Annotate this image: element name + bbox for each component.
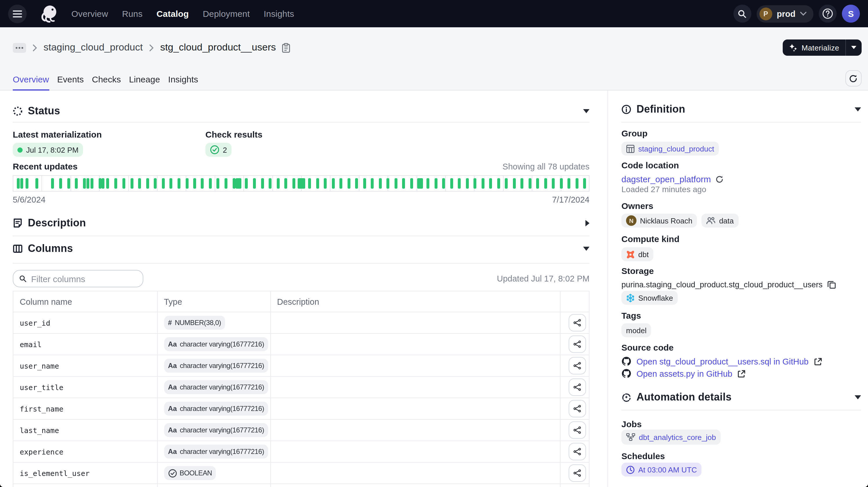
update-tick[interactable] bbox=[269, 178, 272, 189]
update-tick[interactable] bbox=[332, 178, 335, 189]
update-tick[interactable] bbox=[371, 178, 374, 189]
owner-user-pill[interactable]: N Nicklaus Roach bbox=[621, 214, 697, 227]
update-tick[interactable] bbox=[185, 178, 188, 189]
update-tick[interactable] bbox=[224, 178, 227, 189]
nav-item-overview[interactable]: Overview bbox=[71, 9, 108, 19]
update-tick[interactable] bbox=[138, 178, 141, 189]
update-tick[interactable] bbox=[261, 178, 264, 189]
tab-overview[interactable]: Overview bbox=[13, 68, 49, 90]
update-tick[interactable] bbox=[324, 178, 327, 189]
deployment-switcher[interactable]: P prod bbox=[756, 5, 813, 22]
update-tick[interactable] bbox=[91, 178, 93, 189]
group-pill[interactable]: staging_cloud_product bbox=[621, 142, 719, 156]
update-tick[interactable] bbox=[316, 178, 319, 189]
columns-collapse-caret[interactable] bbox=[583, 247, 589, 251]
update-tick[interactable] bbox=[122, 178, 125, 189]
update-tick[interactable] bbox=[583, 178, 586, 189]
nav-item-catalog[interactable]: Catalog bbox=[156, 9, 189, 19]
update-tick[interactable] bbox=[339, 178, 342, 189]
latest-materialization-pill[interactable]: Jul 17, 8:02 PM bbox=[13, 143, 83, 157]
update-tick[interactable] bbox=[298, 178, 305, 189]
view-lineage-button[interactable] bbox=[568, 464, 586, 482]
view-lineage-button[interactable] bbox=[568, 314, 586, 331]
definition-collapse-caret[interactable] bbox=[855, 108, 861, 112]
description-expand-caret[interactable] bbox=[585, 220, 589, 226]
dagster-logo-icon[interactable] bbox=[39, 4, 59, 24]
update-tick[interactable] bbox=[347, 178, 350, 189]
update-tick[interactable] bbox=[292, 178, 295, 189]
update-tick[interactable] bbox=[394, 178, 397, 189]
materialize-dropdown-button[interactable] bbox=[846, 39, 861, 56]
nav-item-insights[interactable]: Insights bbox=[264, 9, 294, 19]
tab-lineage[interactable]: Lineage bbox=[129, 68, 160, 90]
help-button[interactable] bbox=[819, 5, 837, 23]
update-tick[interactable] bbox=[201, 178, 204, 189]
update-tick[interactable] bbox=[442, 178, 445, 189]
update-tick[interactable] bbox=[193, 178, 196, 189]
update-tick[interactable] bbox=[26, 178, 28, 189]
source-code-link-assets[interactable]: Open assets.py in GitHub bbox=[637, 369, 732, 378]
reload-icon[interactable] bbox=[716, 175, 724, 183]
update-tick[interactable] bbox=[417, 178, 423, 189]
nav-item-runs[interactable]: Runs bbox=[122, 9, 143, 19]
view-lineage-button[interactable] bbox=[568, 378, 586, 396]
update-tick[interactable] bbox=[473, 178, 476, 189]
search-button[interactable] bbox=[734, 5, 751, 23]
update-tick[interactable] bbox=[178, 178, 181, 189]
update-tick[interactable] bbox=[386, 178, 389, 189]
update-tick[interactable] bbox=[489, 178, 492, 189]
update-tick[interactable] bbox=[481, 178, 484, 189]
source-code-link-sql[interactable]: Open stg_cloud_product__users.sql in Git… bbox=[637, 357, 809, 366]
schedule-pill[interactable]: At 03:00 AM UTC bbox=[621, 463, 702, 477]
update-tick[interactable] bbox=[209, 178, 212, 189]
update-tick[interactable] bbox=[363, 178, 366, 189]
update-tick[interactable] bbox=[87, 178, 89, 189]
update-tick[interactable] bbox=[308, 178, 311, 189]
update-tick[interactable] bbox=[284, 178, 287, 189]
update-tick[interactable] bbox=[216, 178, 219, 189]
update-tick[interactable] bbox=[513, 178, 516, 189]
update-tick[interactable] bbox=[232, 178, 235, 189]
update-tick[interactable] bbox=[434, 178, 437, 189]
update-tick[interactable] bbox=[521, 178, 523, 189]
update-tick[interactable] bbox=[162, 178, 164, 189]
update-tick[interactable] bbox=[101, 178, 104, 189]
update-tick[interactable] bbox=[458, 178, 461, 189]
filter-columns-input[interactable] bbox=[31, 274, 137, 283]
update-tick[interactable] bbox=[552, 178, 555, 189]
update-tick[interactable] bbox=[497, 178, 500, 189]
tag-pill[interactable]: model bbox=[621, 323, 651, 337]
breadcrumb-group-link[interactable]: staging_cloud_product bbox=[43, 42, 143, 53]
nav-item-deployment[interactable]: Deployment bbox=[203, 9, 250, 19]
automation-collapse-caret[interactable] bbox=[855, 395, 861, 399]
view-lineage-button[interactable] bbox=[568, 421, 586, 439]
copy-icon[interactable] bbox=[827, 280, 836, 289]
update-tick[interactable] bbox=[544, 178, 547, 189]
update-tick[interactable] bbox=[505, 178, 508, 189]
update-tick[interactable] bbox=[253, 178, 256, 189]
update-tick[interactable] bbox=[114, 178, 117, 189]
update-tick[interactable] bbox=[402, 178, 405, 189]
update-tick[interactable] bbox=[169, 178, 172, 189]
materialize-button[interactable]: Materialize bbox=[783, 39, 845, 56]
code-location-link[interactable]: dagster_open_platform bbox=[621, 174, 711, 184]
recent-updates-timeline[interactable] bbox=[13, 175, 589, 191]
view-lineage-button[interactable] bbox=[568, 443, 586, 460]
owner-team-pill[interactable]: data bbox=[702, 214, 739, 227]
breadcrumb-ellipsis-button[interactable] bbox=[13, 43, 26, 53]
view-lineage-button[interactable] bbox=[568, 357, 586, 374]
update-tick[interactable] bbox=[51, 178, 54, 189]
status-collapse-caret[interactable] bbox=[583, 109, 589, 113]
update-tick[interactable] bbox=[106, 178, 109, 189]
update-tick[interactable] bbox=[410, 178, 413, 189]
update-tick[interactable] bbox=[379, 178, 381, 189]
compute-kind-pill[interactable]: dbt bbox=[621, 247, 653, 261]
view-lineage-button[interactable] bbox=[568, 335, 586, 353]
refresh-button[interactable] bbox=[845, 70, 861, 87]
check-results-pill[interactable]: 2 bbox=[206, 143, 231, 157]
update-tick[interactable] bbox=[560, 178, 562, 189]
view-lineage-button[interactable] bbox=[568, 400, 586, 417]
update-tick[interactable] bbox=[536, 178, 539, 189]
update-tick[interactable] bbox=[355, 178, 358, 189]
update-tick[interactable] bbox=[35, 178, 38, 189]
